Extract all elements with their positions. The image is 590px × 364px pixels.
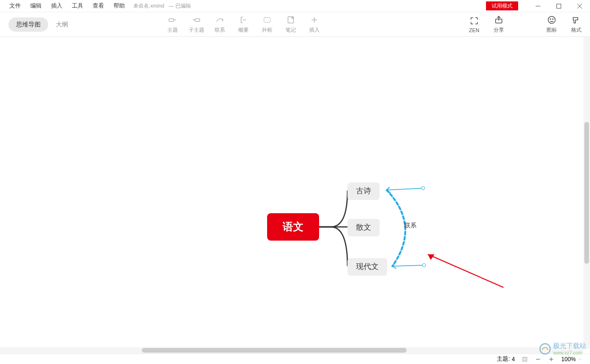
watermark-text: 极光下载站 <box>553 342 586 350</box>
zoom-in-button[interactable] <box>548 356 555 363</box>
toolbar-icons[interactable]: 图标 <box>547 15 557 34</box>
subtopic-node[interactable]: 古诗 <box>347 182 380 200</box>
toolbar-zen[interactable]: ZEN <box>469 16 479 33</box>
horizontal-scrollbar[interactable] <box>0 347 583 354</box>
menu-tool[interactable]: 工具 <box>67 0 88 12</box>
document-title: 未命名.xmind — 已编辑 <box>133 2 191 9</box>
status-topic-count: 主题: 4 <box>497 355 515 363</box>
summary-icon <box>239 15 248 25</box>
toolbar-summary[interactable]: 概要 <box>232 15 255 34</box>
plus-icon <box>310 15 319 25</box>
doc-filename: 未命名.xmind <box>133 3 164 9</box>
svg-line-16 <box>387 188 423 190</box>
zen-icon <box>469 16 479 26</box>
chevron-down-icon <box>578 357 582 362</box>
minimize-button[interactable] <box>528 0 548 12</box>
menu-help[interactable]: 帮助 <box>109 0 130 12</box>
vertical-scrollbar-thumb[interactable] <box>584 122 589 264</box>
toolbar-format[interactable]: 格式 <box>571 15 581 34</box>
svg-rect-6 <box>195 19 200 22</box>
toolbar-subtopic[interactable]: 子主题 <box>184 15 208 34</box>
svg-rect-8 <box>264 17 270 22</box>
toolbar-note[interactable]: 笔记 <box>279 15 303 34</box>
svg-line-17 <box>392 265 424 266</box>
menu-edit[interactable]: 编辑 <box>26 0 46 12</box>
status-map-overview[interactable] <box>521 356 528 363</box>
central-topic[interactable]: 语文 <box>267 213 319 241</box>
svg-point-14 <box>550 19 551 19</box>
maximize-button[interactable] <box>548 0 569 12</box>
watermark-url: www.xz7.com <box>553 350 586 355</box>
relationship-icon <box>215 15 225 25</box>
trial-mode-badge[interactable]: 试用模式 <box>486 1 518 10</box>
format-icon <box>572 15 581 25</box>
doc-status: — 已编辑 <box>168 3 191 9</box>
mindmap-canvas[interactable]: 语文 古诗 散文 现代文 联系 <box>0 37 590 349</box>
svg-point-23 <box>540 344 550 354</box>
tab-mindmap[interactable]: 思维导图 <box>9 17 48 32</box>
map-icon <box>521 356 528 363</box>
toolbar-insert[interactable]: 插入 <box>303 15 326 34</box>
menu-file[interactable]: 文件 <box>5 0 26 12</box>
watermark: 极光下载站 www.xz7.com <box>539 342 586 355</box>
smile-icon <box>547 15 556 25</box>
annotation-arrow <box>423 250 508 292</box>
share-icon <box>494 15 503 25</box>
subtopic-node[interactable]: 现代文 <box>347 258 387 276</box>
subtopic-icon <box>191 15 201 25</box>
close-button[interactable] <box>569 0 590 12</box>
boundary-icon <box>262 15 272 25</box>
zoom-out-button[interactable] <box>535 356 541 363</box>
toolbar-share[interactable]: 分享 <box>494 15 504 34</box>
topic-icon <box>168 15 177 25</box>
watermark-logo-icon <box>539 343 551 355</box>
svg-point-13 <box>548 17 555 24</box>
horizontal-scrollbar-thumb[interactable] <box>142 348 407 353</box>
relationship-handle[interactable] <box>421 186 425 190</box>
toolbar-relationship[interactable]: 联系 <box>208 15 232 34</box>
svg-line-18 <box>428 254 503 287</box>
note-icon <box>286 15 295 25</box>
tab-outline[interactable]: 大纲 <box>48 17 76 32</box>
zoom-level[interactable]: 100% <box>561 356 582 363</box>
plus-icon <box>548 356 555 363</box>
vertical-scrollbar[interactable] <box>583 37 590 349</box>
menu-view[interactable]: 查看 <box>88 0 109 12</box>
toolbar-topic[interactable]: 主题 <box>161 15 184 34</box>
svg-point-15 <box>553 19 553 19</box>
relationship-label[interactable]: 联系 <box>404 221 416 230</box>
menu-insert[interactable]: 插入 <box>46 0 67 12</box>
svg-rect-1 <box>557 4 561 8</box>
toolbar-boundary[interactable]: 外框 <box>255 15 279 34</box>
svg-rect-4 <box>169 19 174 22</box>
subtopic-node[interactable]: 散文 <box>347 219 380 236</box>
minus-icon <box>535 356 541 363</box>
